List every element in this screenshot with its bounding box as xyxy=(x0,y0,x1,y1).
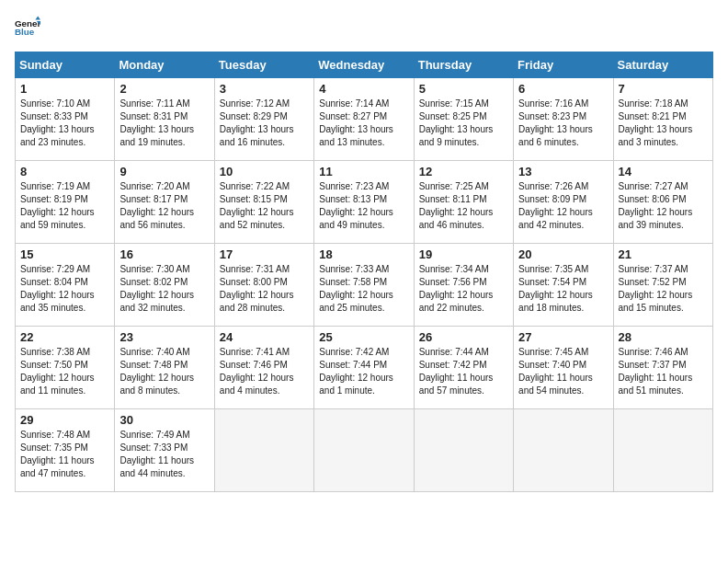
day-info: Sunrise: 7:45 AMSunset: 7:40 PMDaylight:… xyxy=(518,346,608,397)
calendar-cell: 24Sunrise: 7:41 AMSunset: 7:46 PMDayligh… xyxy=(214,327,313,409)
day-info-line: and 46 minutes. xyxy=(419,219,508,232)
calendar-cell: 22Sunrise: 7:38 AMSunset: 7:50 PMDayligh… xyxy=(16,327,115,409)
day-info-line: Daylight: 12 hours xyxy=(518,206,608,219)
calendar-cell xyxy=(314,409,414,492)
day-info-line: Daylight: 12 hours xyxy=(119,289,209,302)
day-info: Sunrise: 7:29 AMSunset: 8:04 PMDaylight:… xyxy=(20,263,109,315)
day-info-line: and 42 minutes. xyxy=(518,219,608,232)
day-info-line: Sunset: 8:23 PM xyxy=(518,110,608,123)
calendar-cell: 8Sunrise: 7:19 AMSunset: 8:19 PMDaylight… xyxy=(16,161,115,244)
day-info-line: Sunset: 7:58 PM xyxy=(319,276,408,289)
day-info-line: Sunset: 8:17 PM xyxy=(119,193,209,206)
day-info-line: Sunset: 8:19 PM xyxy=(20,193,109,206)
day-info-line: Sunset: 8:02 PM xyxy=(119,276,209,289)
day-number: 28 xyxy=(619,330,708,344)
day-info: Sunrise: 7:35 AMSunset: 7:54 PMDaylight:… xyxy=(518,263,608,315)
day-info: Sunrise: 7:11 AMSunset: 8:31 PMDaylight:… xyxy=(119,98,209,149)
day-info-line: and 32 minutes. xyxy=(119,302,209,315)
day-number: 15 xyxy=(20,247,109,261)
day-info-line: Daylight: 12 hours xyxy=(20,206,109,219)
day-info-line: Daylight: 12 hours xyxy=(319,206,408,219)
day-info: Sunrise: 7:19 AMSunset: 8:19 PMDaylight:… xyxy=(20,180,109,232)
day-number: 8 xyxy=(20,165,109,178)
calendar-cell: 6Sunrise: 7:16 AMSunset: 8:23 PMDaylight… xyxy=(514,78,613,161)
day-info-line: and 54 minutes. xyxy=(518,385,608,397)
calendar-cell: 23Sunrise: 7:40 AMSunset: 7:48 PMDayligh… xyxy=(115,327,214,409)
day-info-line: Daylight: 12 hours xyxy=(20,289,109,302)
calendar-cell: 30Sunrise: 7:49 AMSunset: 7:33 PMDayligh… xyxy=(115,409,214,492)
calendar-cell: 20Sunrise: 7:35 AMSunset: 7:54 PMDayligh… xyxy=(514,244,613,327)
calendar-cell: 2Sunrise: 7:11 AMSunset: 8:31 PMDaylight… xyxy=(115,78,214,161)
day-info: Sunrise: 7:30 AMSunset: 8:02 PMDaylight:… xyxy=(119,263,209,315)
day-info: Sunrise: 7:23 AMSunset: 8:13 PMDaylight:… xyxy=(319,180,408,232)
day-info: Sunrise: 7:15 AMSunset: 8:25 PMDaylight:… xyxy=(419,98,508,149)
day-info-line: and 56 minutes. xyxy=(119,219,209,232)
day-info-line: Sunset: 8:31 PM xyxy=(119,110,209,123)
day-number: 23 xyxy=(119,330,209,344)
weekday-header: Saturday xyxy=(613,52,712,78)
calendar-cell: 7Sunrise: 7:18 AMSunset: 8:21 PMDaylight… xyxy=(613,78,712,161)
day-info-line: Sunset: 8:27 PM xyxy=(319,110,408,123)
day-info-line: and 3 minutes. xyxy=(619,136,708,149)
day-info-line: Sunrise: 7:15 AM xyxy=(419,98,508,110)
day-info-line: Daylight: 12 hours xyxy=(119,372,209,385)
day-info-line: Sunrise: 7:14 AM xyxy=(319,98,408,110)
day-info-line: Sunrise: 7:29 AM xyxy=(20,263,109,276)
day-number: 21 xyxy=(619,247,708,261)
calendar-row: 8Sunrise: 7:19 AMSunset: 8:19 PMDaylight… xyxy=(16,161,713,244)
day-info-line: Sunset: 7:35 PM xyxy=(20,442,109,454)
calendar-cell: 12Sunrise: 7:25 AMSunset: 8:11 PMDayligh… xyxy=(414,161,513,244)
page-header: General Blue xyxy=(15,15,713,40)
day-info-line: Sunset: 8:09 PM xyxy=(518,193,608,206)
day-number: 5 xyxy=(419,82,508,96)
day-info-line: Daylight: 11 hours xyxy=(619,372,708,385)
day-number: 3 xyxy=(220,82,309,96)
day-info-line: Sunset: 8:21 PM xyxy=(619,110,708,123)
day-info-line: Daylight: 12 hours xyxy=(619,289,708,302)
day-info-line: Sunset: 7:40 PM xyxy=(518,359,608,372)
day-info-line: Sunrise: 7:23 AM xyxy=(319,180,408,193)
day-number: 4 xyxy=(319,82,408,96)
day-info-line: and 35 minutes. xyxy=(20,302,109,315)
calendar-row: 1Sunrise: 7:10 AMSunset: 8:33 PMDaylight… xyxy=(16,78,713,161)
day-info-line: Sunrise: 7:40 AM xyxy=(119,346,209,359)
day-info: Sunrise: 7:49 AMSunset: 7:33 PMDaylight:… xyxy=(119,429,209,480)
day-number: 26 xyxy=(419,330,508,344)
calendar-cell: 3Sunrise: 7:12 AMSunset: 8:29 PMDaylight… xyxy=(214,78,313,161)
calendar-cell: 16Sunrise: 7:30 AMSunset: 8:02 PMDayligh… xyxy=(115,244,214,327)
calendar-cell: 13Sunrise: 7:26 AMSunset: 8:09 PMDayligh… xyxy=(514,161,613,244)
day-info-line: Sunrise: 7:16 AM xyxy=(518,98,608,110)
day-info-line: Sunset: 7:48 PM xyxy=(119,359,209,372)
day-info: Sunrise: 7:37 AMSunset: 7:52 PMDaylight:… xyxy=(619,263,708,315)
day-info-line: Sunrise: 7:42 AM xyxy=(319,346,408,359)
calendar-cell: 26Sunrise: 7:44 AMSunset: 7:42 PMDayligh… xyxy=(414,327,513,409)
day-number: 22 xyxy=(20,330,109,344)
weekday-header: Tuesday xyxy=(214,52,313,78)
day-info-line: and 8 minutes. xyxy=(119,385,209,397)
day-number: 13 xyxy=(518,165,608,178)
day-info-line: Daylight: 12 hours xyxy=(119,206,209,219)
calendar-cell: 11Sunrise: 7:23 AMSunset: 8:13 PMDayligh… xyxy=(314,161,414,244)
day-info-line: Sunset: 8:11 PM xyxy=(419,193,508,206)
day-info-line: Sunrise: 7:44 AM xyxy=(419,346,508,359)
day-info-line: and 18 minutes. xyxy=(518,302,608,315)
calendar-cell: 9Sunrise: 7:20 AMSunset: 8:17 PMDaylight… xyxy=(115,161,214,244)
day-info-line: and 39 minutes. xyxy=(619,219,708,232)
day-info-line: and 52 minutes. xyxy=(220,219,309,232)
day-info: Sunrise: 7:40 AMSunset: 7:48 PMDaylight:… xyxy=(119,346,209,397)
day-info: Sunrise: 7:38 AMSunset: 7:50 PMDaylight:… xyxy=(20,346,109,397)
day-info: Sunrise: 7:16 AMSunset: 8:23 PMDaylight:… xyxy=(518,98,608,149)
day-info-line: Daylight: 13 hours xyxy=(220,123,309,136)
calendar-cell: 28Sunrise: 7:46 AMSunset: 7:37 PMDayligh… xyxy=(613,327,712,409)
day-info-line: Sunset: 8:29 PM xyxy=(220,110,309,123)
day-info-line: Sunrise: 7:26 AM xyxy=(518,180,608,193)
calendar-cell: 1Sunrise: 7:10 AMSunset: 8:33 PMDaylight… xyxy=(16,78,115,161)
day-info-line: and 57 minutes. xyxy=(419,385,508,397)
day-number: 18 xyxy=(319,247,408,261)
calendar-cell: 29Sunrise: 7:48 AMSunset: 7:35 PMDayligh… xyxy=(16,409,115,492)
day-info-line: Sunrise: 7:22 AM xyxy=(220,180,309,193)
day-info: Sunrise: 7:34 AMSunset: 7:56 PMDaylight:… xyxy=(419,263,508,315)
day-info-line: and 47 minutes. xyxy=(20,467,109,480)
day-info-line: Daylight: 11 hours xyxy=(119,454,209,467)
day-info-line: Daylight: 12 hours xyxy=(419,206,508,219)
